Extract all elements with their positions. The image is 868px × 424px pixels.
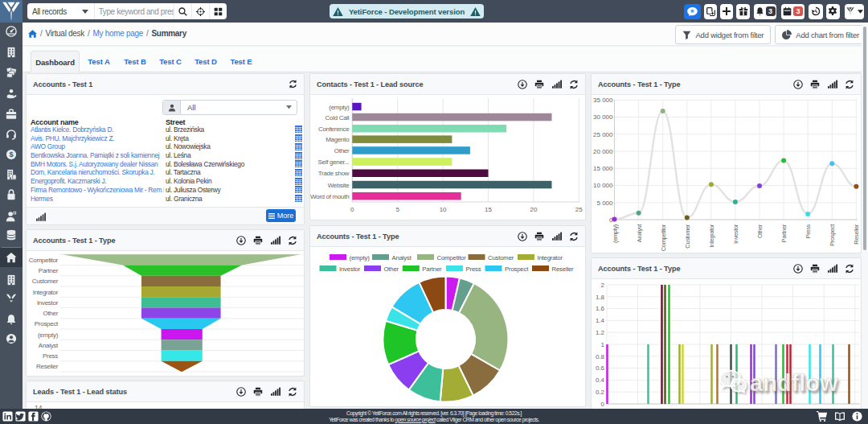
svg-text:10 000: 10 000: [593, 182, 613, 189]
svg-text:Integrator: Integrator: [538, 254, 563, 261]
svg-text:(empty): (empty): [350, 254, 371, 261]
svg-text:Reseller: Reseller: [36, 363, 59, 370]
svg-text:Competitor: Competitor: [437, 254, 467, 261]
svg-text:0.6: 0.6: [596, 364, 605, 372]
svg-text:25 000: 25 000: [593, 131, 613, 138]
svg-text:Analyst: Analyst: [392, 254, 412, 261]
svg-text:Partner: Partner: [780, 224, 788, 242]
svg-text:Trade show: Trade show: [318, 170, 350, 177]
svg-text:Cold Call: Cold Call: [326, 114, 350, 121]
svg-text:1.6: 1.6: [596, 305, 605, 312]
svg-text:Reseller: Reseller: [552, 266, 575, 273]
svg-text:Press: Press: [805, 224, 812, 238]
svg-text:15: 15: [485, 206, 492, 213]
svg-text:0.4: 0.4: [596, 377, 605, 384]
svg-text:Other: Other: [756, 224, 764, 238]
svg-text:Investor: Investor: [339, 266, 361, 273]
svg-text:Press: Press: [43, 352, 58, 360]
svg-text:$: $: [9, 150, 13, 158]
svg-text:(empty): (empty): [612, 224, 619, 243]
svg-text:15 000: 15 000: [593, 165, 613, 172]
svg-text:Other: Other: [334, 147, 350, 154]
svg-text:Integrator: Integrator: [33, 289, 59, 296]
svg-text:Self gener...: Self gener...: [318, 158, 350, 166]
svg-text:Other: Other: [43, 310, 58, 317]
svg-text:Prospect: Prospect: [505, 266, 529, 273]
svg-text:Customer: Customer: [32, 278, 59, 285]
svg-text:Customer: Customer: [684, 224, 691, 248]
svg-text:Prospect: Prospect: [35, 320, 59, 327]
svg-text:Reseller: Reseller: [853, 224, 860, 245]
svg-text:30 000: 30 000: [593, 113, 613, 121]
svg-text:(empty): (empty): [329, 104, 350, 111]
svg-text:Investor: Investor: [732, 224, 739, 244]
svg-text:10: 10: [440, 206, 447, 213]
svg-text:Conference: Conference: [318, 126, 350, 133]
svg-text:Partner: Partner: [422, 266, 442, 273]
svg-text:0.8: 0.8: [596, 353, 605, 360]
svg-text:Website: Website: [328, 182, 350, 189]
svg-text:Competitor: Competitor: [29, 257, 59, 264]
svg-text:2: 2: [601, 282, 605, 289]
svg-text:Magento: Magento: [326, 136, 350, 143]
svg-text:0.2: 0.2: [596, 389, 605, 396]
svg-text:Other: Other: [384, 266, 399, 273]
svg-text:1.2: 1.2: [596, 329, 605, 336]
svg-text:Analyst: Analyst: [636, 224, 643, 242]
svg-text:Customer: Customer: [488, 254, 514, 261]
svg-text:Analyst: Analyst: [39, 342, 59, 349]
svg-text:Press: Press: [466, 266, 481, 273]
svg-text:0: 0: [350, 206, 354, 213]
svg-text:1.4: 1.4: [596, 317, 605, 324]
svg-text:25: 25: [575, 206, 583, 213]
svg-text:Prospect: Prospect: [829, 224, 836, 246]
svg-text:(empty): (empty): [38, 331, 59, 339]
svg-text:20 000: 20 000: [593, 148, 613, 155]
svg-text:5: 5: [395, 206, 399, 213]
svg-text:Investor: Investor: [37, 299, 59, 307]
svg-text:Competitor: Competitor: [660, 224, 667, 251]
svg-text:Word of mouth: Word of mouth: [310, 193, 349, 200]
svg-text:35 000: 35 000: [593, 97, 613, 104]
svg-text:Partner: Partner: [39, 267, 59, 274]
svg-text:1.8: 1.8: [596, 294, 605, 301]
svg-text:Integrator: Integrator: [708, 224, 715, 247]
svg-text:1: 1: [601, 341, 605, 348]
svg-text:20: 20: [530, 206, 537, 213]
svg-text:0: 0: [601, 401, 605, 408]
svg-text:5 000: 5 000: [596, 200, 613, 207]
